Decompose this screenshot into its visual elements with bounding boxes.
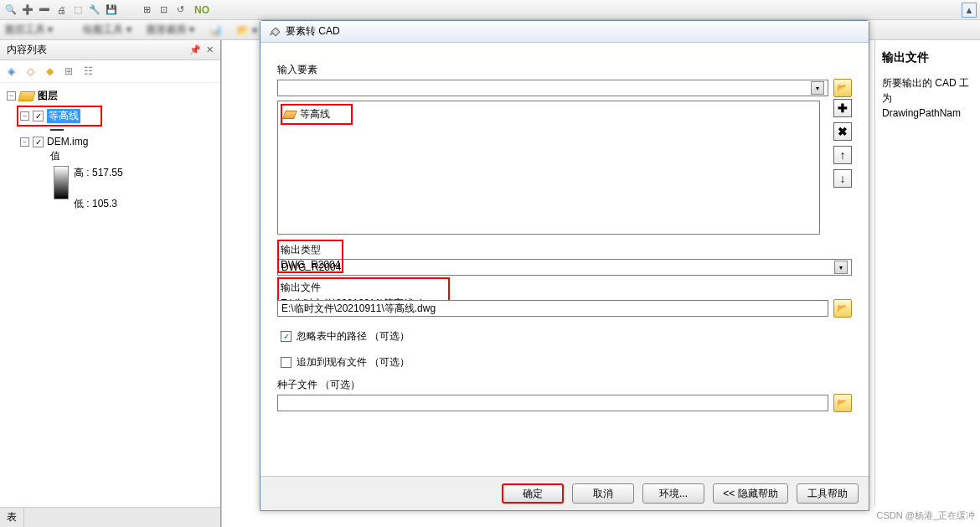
ok-button[interactable]: 确定 — [502, 483, 564, 504]
icon-toolbar: 🔍 ➕ ➖ 🖨 ⬚ 🔧 💾 ⊞ ⊡ ↺ NO ▲ — [0, 0, 980, 20]
browse-button[interactable]: 📂 — [833, 79, 852, 97]
help-text: 所要输出的 CAD 工 为 DrawingPathNam — [882, 75, 973, 121]
layers-icon — [18, 91, 35, 101]
toolbar-btn[interactable]: ◆ — [41, 63, 58, 80]
gradient-symbol — [54, 166, 69, 199]
tab-table[interactable]: 表 — [0, 508, 24, 527]
browse-button[interactable]: 📂 — [833, 299, 852, 318]
feature-name: 等高线 — [300, 107, 330, 121]
menu-item[interactable]: 图形裁剪 ▾ — [147, 23, 194, 37]
value-label: 值 — [50, 149, 60, 163]
menu-item[interactable]: 图层工具 ▾ — [5, 23, 53, 37]
expand-icon[interactable]: − — [7, 91, 16, 101]
watermark: CSDN @杨港_正在缓冲 — [876, 509, 975, 522]
features-listbox[interactable]: 等高线 — [277, 101, 820, 235]
seed-file-input[interactable] — [277, 395, 828, 411]
dialog-footer: 确定 取消 环境... << 隐藏帮助 工具帮助 — [260, 476, 869, 510]
layer-tree: − 图层 − ✓ 等高线 − ✓ DEM.img 值 — [0, 83, 220, 507]
layer-contour[interactable]: 等高线 — [47, 109, 80, 123]
expand-icon[interactable]: − — [20, 111, 29, 121]
browse-button[interactable]: 📂 — [833, 394, 852, 412]
tool-icon[interactable]: NO — [194, 4, 209, 16]
move-up-button[interactable]: ↑ — [833, 146, 852, 164]
feature-item[interactable]: 等高线 — [281, 104, 353, 125]
append-checkbox[interactable] — [281, 357, 291, 368]
panel-toolbar: ◈ ◇ ◆ ⊞ ☷ — [0, 60, 220, 83]
output-file-label: 输出文件 — [281, 281, 446, 295]
toolbar-btn[interactable]: ⊞ — [60, 63, 77, 80]
pointer-icon[interactable]: ▲ — [962, 3, 977, 18]
tool-icon[interactable]: 💾 — [104, 3, 119, 18]
hide-help-button[interactable]: << 隐藏帮助 — [713, 483, 788, 504]
remove-button[interactable]: ✖ — [833, 122, 852, 141]
tool-help-button[interactable]: 工具帮助 — [797, 483, 859, 504]
feature-icon — [282, 111, 297, 119]
tool-script-icon — [267, 25, 281, 39]
dropdown-arrow-icon[interactable]: ▾ — [811, 81, 824, 95]
toolbar-btn[interactable]: ◈ — [3, 63, 19, 80]
input-features-label: 输入要素 — [277, 63, 852, 77]
tool-icon[interactable]: ↺ — [173, 3, 188, 18]
expand-icon[interactable]: − — [20, 137, 29, 147]
tool-icon[interactable]: ⊞ — [139, 3, 154, 18]
help-panel: 输出文件 所要输出的 CAD 工 为 DrawingPathNam — [874, 40, 980, 506]
tool-icon[interactable]: ➖ — [37, 3, 52, 18]
toolbar-btn[interactable]: ☷ — [80, 63, 96, 80]
move-down-button[interactable]: ↓ — [833, 169, 852, 188]
help-title: 输出文件 — [882, 50, 973, 65]
ignore-path-checkbox[interactable]: ✓ — [281, 331, 291, 342]
output-type-combo[interactable]: DWG_R2004 ▾ — [277, 259, 852, 276]
tool-icon[interactable]: ➕ — [20, 3, 35, 18]
high-value: 高 : 517.55 — [74, 166, 123, 180]
export-cad-dialog: 要素转 CAD 输入要素 ▾ 📂 等高线 ✚ ✖ ↑ ↓ — [260, 20, 869, 511]
checkbox[interactable]: ✓ — [33, 111, 44, 121]
output-file-input[interactable]: E:\临时文件\20210911\等高线.dwg — [277, 300, 828, 317]
seed-file-label: 种子文件 （可选） — [277, 378, 852, 392]
dropdown-arrow-icon[interactable]: ▾ — [834, 261, 848, 274]
close-icon[interactable]: ✕ — [206, 44, 214, 55]
environment-button[interactable]: 环境... — [642, 483, 704, 504]
tool-icon[interactable]: ⬚ — [70, 3, 85, 18]
tool-icon[interactable]: ⊡ — [156, 3, 171, 18]
left-tabs: 表 — [0, 507, 220, 527]
output-type-value: DWG_R2004 — [281, 261, 341, 273]
tree-root[interactable]: 图层 — [38, 89, 58, 103]
tool-icon[interactable]: 🖨 — [54, 3, 69, 18]
menu-item[interactable]: 📂 ▾ — [237, 24, 257, 36]
output-file-value: E:\临时文件\20210911\等高线.dwg — [281, 302, 436, 316]
pin-icon[interactable]: 📌 — [189, 44, 201, 55]
output-type-label: 输出类型 — [281, 243, 340, 257]
checkbox[interactable]: ✓ — [33, 137, 44, 147]
input-features-combo[interactable]: ▾ — [277, 80, 828, 96]
append-label: 追加到现有文件 （可选） — [297, 355, 410, 369]
dialog-titlebar[interactable]: 要素转 CAD — [260, 21, 869, 43]
low-value: 低 : 105.3 — [74, 197, 123, 211]
line-symbol — [50, 129, 64, 131]
panel-title: 内容列表 — [7, 43, 47, 57]
tool-icon[interactable]: 🔧 — [87, 3, 102, 18]
ignore-path-label: 忽略表中的路径 （可选） — [297, 329, 410, 344]
cancel-button[interactable]: 取消 — [572, 483, 634, 504]
add-button[interactable]: ✚ — [833, 99, 852, 117]
layer-dem[interactable]: DEM.img — [47, 136, 88, 147]
dialog-title-text: 要素转 CAD — [286, 24, 340, 39]
tool-icon[interactable]: 🔍 — [3, 3, 18, 18]
menu-item[interactable]: 绘图工具 ▾ — [83, 23, 131, 37]
content-panel: 内容列表 📌 ✕ ◈ ◇ ◆ ⊞ ☷ − 图层 − ✓ 等高线 — [0, 40, 221, 527]
toolbar-btn[interactable]: ◇ — [22, 63, 39, 80]
menu-item[interactable]: 📊 — [209, 24, 222, 36]
panel-header: 内容列表 📌 ✕ — [0, 40, 220, 60]
